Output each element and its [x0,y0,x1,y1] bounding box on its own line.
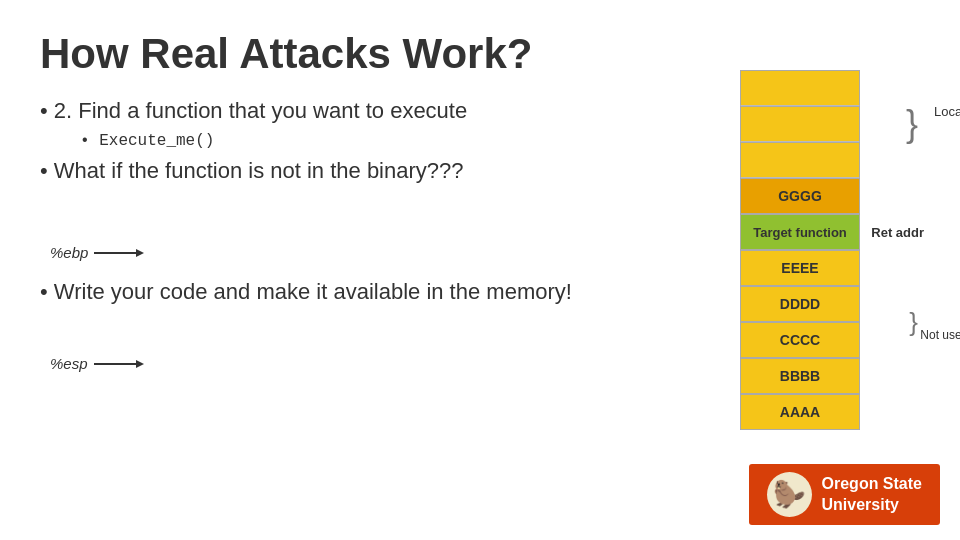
esp-arrow [94,357,144,371]
esp-label: %esp [50,355,88,372]
stack-cell-bbbb: BBBB [740,358,860,394]
bullet-1-sub-text: Execute_me() [99,132,214,150]
not-used-brace: } [909,286,918,358]
stack-cell-gggg: GGGG [740,178,860,214]
cell-gggg-label: GGGG [778,188,822,204]
osu-name: Oregon State University [822,474,922,516]
stack-cell-top1 [740,70,860,106]
osu-name-line1: Oregon State [822,475,922,492]
stack-cell-target: Target function Ret addr [740,214,860,250]
osu-beaver-icon: 🦫 [767,472,812,517]
bullet-1-text: 2. Find a function that you want to exec… [54,98,467,123]
stack-cell-aaaa: AAAA [740,394,860,430]
ebp-label: %ebp [50,244,88,261]
slide: How Real Attacks Work? • 2. Find a funct… [0,0,960,540]
cell-aaaa-label: AAAA [780,404,820,420]
bullet-2-text: What if the function is not in the binar… [54,158,464,183]
local-label: } [906,70,918,178]
ebp-arrow [94,246,144,260]
local-label-text: Local [934,104,960,119]
bullet-3-text: Write your code and make it available in… [54,279,572,304]
osu-logo: 🦫 Oregon State University [749,464,940,525]
cell-bbbb-label: BBBB [780,368,820,384]
stack-diagram: } Local GGGG Target function Ret addr EE… [740,70,860,430]
stack-cell-cccc: CCCC [740,322,860,358]
stack-cell-eeee: EEEE [740,250,860,286]
osu-name-line2: University [822,496,899,513]
cell-dddd-label: DDDD [780,296,820,312]
cell-eeee-label: EEEE [781,260,818,276]
not-used-label: Not used.. [920,328,960,342]
stack-cell-top3 [740,142,860,178]
stack-cell-top2 [740,106,860,142]
stack-cell-dddd: DDDD [740,286,860,322]
svg-marker-3 [136,360,144,368]
cell-target-label: Target function [753,225,847,240]
svg-marker-1 [136,249,144,257]
ret-addr-label: Ret addr [871,225,924,240]
cell-cccc-label: CCCC [780,332,820,348]
